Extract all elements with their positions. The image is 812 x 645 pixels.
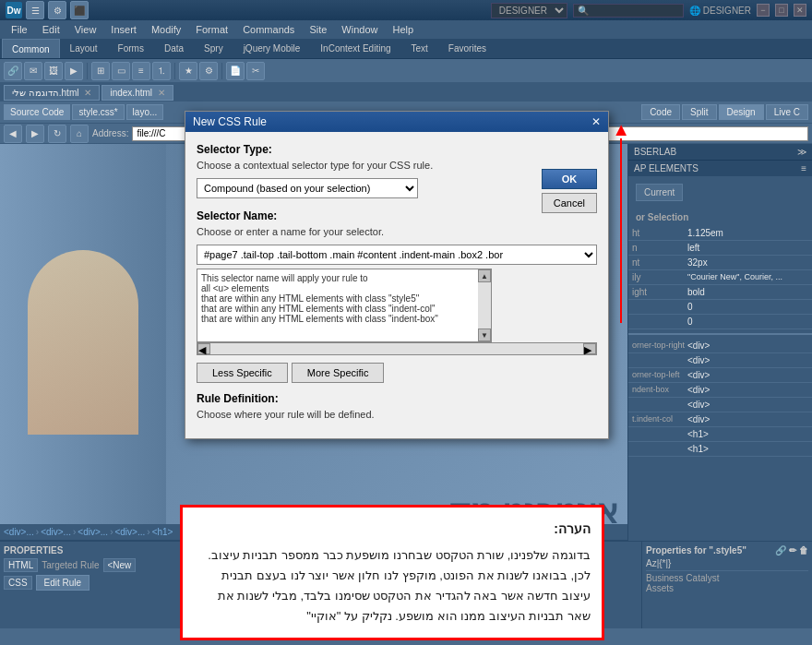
title-bar: Dw ☰ ⚙ ⬛ DESIGNER 🌐 DESIGNER − □ ✕: [0, 0, 812, 20]
layout-btn[interactable]: layo...: [126, 104, 164, 120]
tab-forms[interactable]: Forms: [108, 39, 154, 58]
menu-insert[interactable]: Insert: [103, 22, 144, 37]
search-input[interactable]: [573, 4, 684, 18]
key-indent-box: ndent-box: [632, 385, 687, 395]
css-btn[interactable]: CSS: [4, 576, 32, 590]
ol-icon[interactable]: ⒈: [152, 62, 171, 80]
horizontal-scrollbar[interactable]: ◀ ▶: [197, 342, 597, 355]
menu-help[interactable]: Help: [385, 22, 421, 37]
scroll-right-btn[interactable]: ▶: [583, 343, 596, 354]
menu-commands[interactable]: Commands: [235, 22, 302, 37]
ok-button[interactable]: OK: [542, 169, 597, 189]
menu-modify[interactable]: Modify: [144, 22, 188, 37]
live-btn[interactable]: Live C: [766, 104, 808, 120]
tab-data[interactable]: Data: [154, 39, 194, 58]
cs-live-label: DESIGNER: [703, 6, 751, 16]
close-btn[interactable]: ✕: [794, 4, 806, 17]
menu-edit[interactable]: Edit: [35, 22, 67, 37]
breadcrumb-div1[interactable]: <div>...: [4, 527, 34, 537]
split-btn[interactable]: Split: [682, 104, 716, 120]
div-empty2: <div>: [628, 398, 812, 412]
val-h1b: <h1>: [687, 444, 808, 454]
div-empty1: <div>: [628, 353, 812, 368]
tab-favorites[interactable]: Favorites: [438, 39, 496, 58]
prop-key-nt: nt: [632, 257, 687, 268]
menu-file[interactable]: File: [4, 22, 35, 37]
file-tab-index-close[interactable]: ✕: [158, 88, 165, 98]
cs-live-btn[interactable]: 🌐 DESIGNER: [689, 6, 751, 16]
dialog-title-bar: New CSS Rule ✕: [185, 112, 608, 132]
dialog-close-btn[interactable]: ✕: [591, 115, 601, 128]
menu-window[interactable]: Window: [334, 22, 385, 37]
file-tab-demo-close[interactable]: ✕: [84, 88, 91, 98]
tab-layout[interactable]: Layout: [60, 39, 108, 58]
flash-icon[interactable]: ★: [179, 62, 197, 80]
selector-type-desc: Choose a contextual selector type for yo…: [197, 160, 597, 171]
files-tabs: הדוגמה שלי.html ✕ index.html ✕: [0, 83, 812, 102]
styles-panel: Properties for ".style5" 🔗 ✏ 🗑 Az|{*|} B…: [641, 542, 812, 628]
widget-icon[interactable]: ⚙: [199, 62, 218, 80]
menu-format[interactable]: Format: [188, 22, 235, 37]
address-label: Address:: [92, 128, 128, 138]
media-icon[interactable]: ▶: [65, 62, 83, 80]
template-icon[interactable]: 📄: [226, 62, 245, 80]
separator-1: [87, 63, 88, 79]
edit-rule-btn[interactable]: Edit Rule: [36, 575, 90, 591]
minimize-btn[interactable]: −: [757, 4, 770, 17]
breadcrumb-div4[interactable]: <div>...: [114, 527, 145, 537]
style-css-btn[interactable]: style.css*: [72, 104, 124, 120]
tab-incontext[interactable]: InContext Editing: [310, 39, 400, 58]
html-btn[interactable]: HTML: [4, 558, 38, 572]
breadcrumb-sep2: ›: [73, 527, 76, 537]
prop-row-n: n left: [628, 241, 812, 256]
hyperlink-icon[interactable]: 🔗: [4, 62, 22, 80]
less-specific-btn[interactable]: Less Specific: [197, 363, 288, 383]
div-h1b: <h1>: [628, 442, 812, 457]
right-panel-expand[interactable]: ≫: [797, 147, 806, 157]
forward-btn[interactable]: ▶: [26, 125, 44, 143]
ap-collapse-icon[interactable]: ≡: [801, 163, 806, 173]
breadcrumb-div3[interactable]: <div>...: [78, 527, 108, 537]
toolbar-btn-2[interactable]: ⬛: [70, 1, 89, 19]
tab-jquery-mobile[interactable]: jQuery Mobile: [233, 39, 311, 58]
workspace-dropdown[interactable]: DESIGNER: [491, 3, 567, 18]
file-tab-demo[interactable]: הדוגמה שלי.html ✕: [4, 85, 100, 101]
back-btn[interactable]: ◀: [4, 125, 22, 143]
tab-common[interactable]: Common: [2, 39, 60, 58]
breadcrumb-h1[interactable]: <h1>: [152, 527, 173, 537]
selector-type-select[interactable]: Compound (based on your selection): [197, 178, 418, 198]
cancel-button[interactable]: Cancel: [542, 193, 597, 213]
key-indent-col: t.indent-col: [632, 414, 687, 424]
tab-spry[interactable]: Spry: [194, 39, 233, 58]
scroll-down-btn[interactable]: ▼: [478, 328, 491, 341]
snippet-icon[interactable]: ✂: [246, 62, 265, 80]
scroll-left-btn[interactable]: ◀: [197, 343, 210, 354]
toolbar-btn-1[interactable]: ⚙: [48, 1, 66, 19]
table-icon[interactable]: ⊞: [91, 62, 110, 80]
div-icon[interactable]: ▭: [112, 62, 130, 80]
file-tab-index[interactable]: index.html ✕: [102, 85, 173, 101]
maximize-btn[interactable]: □: [775, 4, 788, 17]
design-btn[interactable]: Design: [719, 104, 764, 120]
code-btn[interactable]: Code: [641, 104, 680, 120]
refresh-btn[interactable]: ↻: [48, 125, 66, 143]
key-h1b: [632, 444, 687, 454]
val-empty2: <div>: [687, 400, 808, 410]
menu-view[interactable]: View: [67, 22, 104, 37]
email-icon[interactable]: ✉: [24, 62, 42, 80]
home-btn[interactable]: ⌂: [70, 125, 89, 143]
more-specific-btn[interactable]: More Specific: [292, 363, 385, 383]
menu-site[interactable]: Site: [302, 22, 334, 37]
image-icon[interactable]: 🖼: [44, 62, 63, 80]
ul-icon[interactable]: ≡: [132, 62, 150, 80]
current-tab[interactable]: Current: [636, 184, 683, 201]
scroll-up-btn[interactable]: ▲: [478, 269, 491, 282]
prop-val-0b: 0: [687, 317, 808, 327]
new-label[interactable]: <New: [103, 558, 137, 572]
tab-text[interactable]: Text: [401, 39, 438, 58]
breadcrumb-div2[interactable]: <div>...: [41, 527, 71, 537]
selector-name-input[interactable]: #page7 .tail-top .tail-bottom .main #con…: [197, 245, 597, 265]
source-code-btn[interactable]: Source Code: [4, 104, 70, 120]
desc-scrollbar[interactable]: ▲ ▼: [478, 269, 491, 341]
toolbar-menu-btn[interactable]: ☰: [26, 1, 44, 19]
